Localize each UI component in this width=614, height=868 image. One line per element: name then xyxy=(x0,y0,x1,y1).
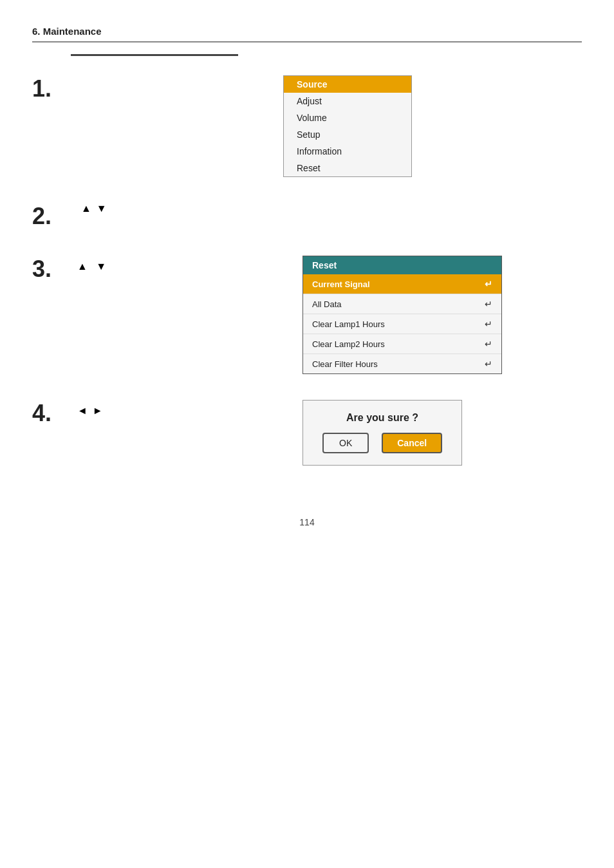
step-4-arrows: ◄ ► xyxy=(77,405,154,417)
enter-icon-current-signal: ↵ xyxy=(485,279,492,289)
step3-down-arrow: ▼ xyxy=(96,261,106,272)
step-3-row: 3. ▲ ▼ Reset Current Signal ↵ All Data ↵ xyxy=(32,256,582,374)
enter-icon-clear-filter: ↵ xyxy=(485,359,492,369)
menu-item-information[interactable]: Information xyxy=(284,143,411,160)
enter-icon-all-data: ↵ xyxy=(485,299,492,309)
reset-menu-box: Reset Current Signal ↵ All Data ↵ Clear … xyxy=(302,256,502,374)
step-1-number: 1. xyxy=(32,75,77,102)
step4-left-arrow: ◄ xyxy=(77,405,88,417)
reset-item-label-clear-lamp1: Clear Lamp1 Hours xyxy=(312,319,385,329)
step-2-arrows: ▲ ▼ xyxy=(81,203,107,214)
down-arrow-icon: ▼ xyxy=(97,203,107,214)
enter-icon-clear-lamp2: ↵ xyxy=(485,339,492,349)
up-arrow-icon: ▲ xyxy=(81,203,91,214)
step-4-content: Are you sure ? OK Cancel xyxy=(154,400,582,466)
reset-item-clear-lamp1[interactable]: Clear Lamp1 Hours ↵ xyxy=(303,314,501,334)
reset-item-label-clear-lamp2: Clear Lamp2 Hours xyxy=(312,339,385,349)
step-3-content: Reset Current Signal ↵ All Data ↵ Clear … xyxy=(154,256,582,374)
step-3-arrows: ▲ ▼ xyxy=(77,261,106,272)
step-3-number: 3. xyxy=(32,256,77,283)
page-number: 114 xyxy=(32,517,582,527)
reset-item-current-signal[interactable]: Current Signal ↵ xyxy=(303,274,501,294)
step-3-left: ▲ ▼ xyxy=(77,256,154,272)
reset-menu-title: Reset xyxy=(303,256,501,274)
page-header: 6. Maintenance xyxy=(32,26,582,42)
confirm-question: Are you sure ? xyxy=(322,412,442,424)
reset-item-label-clear-filter: Clear Filter Hours xyxy=(312,359,378,369)
ok-button[interactable]: OK xyxy=(322,433,369,453)
step-1-content: Source Adjust Volume Setup Information R… xyxy=(77,75,582,177)
step-4-number: 4. xyxy=(32,400,77,427)
step-4-row: 4. ◄ ► Are you sure ? OK Cancel xyxy=(32,400,582,466)
section-underline xyxy=(71,54,238,56)
reset-item-clear-filter[interactable]: Clear Filter Hours ↵ xyxy=(303,354,501,373)
confirm-buttons: OK Cancel xyxy=(322,433,442,453)
cancel-button[interactable]: Cancel xyxy=(382,433,442,453)
main-menu-box: Source Adjust Volume Setup Information R… xyxy=(283,75,412,177)
menu-item-volume[interactable]: Volume xyxy=(284,109,411,126)
reset-item-label-all-data: All Data xyxy=(312,299,342,309)
reset-item-clear-lamp2[interactable]: Clear Lamp2 Hours ↵ xyxy=(303,334,501,354)
enter-icon-clear-lamp1: ↵ xyxy=(485,319,492,329)
step-2-content: ▲ ▼ xyxy=(77,203,582,214)
step4-right-arrow: ► xyxy=(93,405,103,417)
menu-item-source[interactable]: Source xyxy=(284,76,411,93)
step-4-left: ◄ ► xyxy=(77,400,154,417)
step-2-number: 2. xyxy=(32,203,77,230)
menu-item-setup[interactable]: Setup xyxy=(284,126,411,143)
step3-up-arrow: ▲ xyxy=(77,261,88,272)
reset-item-all-data[interactable]: All Data ↵ xyxy=(303,294,501,314)
step-2-row: 2. ▲ ▼ xyxy=(32,203,582,230)
step-1-row: 1. Source Adjust Volume Setup Informatio… xyxy=(32,75,582,177)
menu-item-adjust[interactable]: Adjust xyxy=(284,93,411,109)
confirm-dialog: Are you sure ? OK Cancel xyxy=(302,400,462,466)
page-title: 6. Maintenance xyxy=(32,26,102,37)
reset-item-label-current-signal: Current Signal xyxy=(312,279,370,289)
menu-item-reset[interactable]: Reset xyxy=(284,160,411,176)
